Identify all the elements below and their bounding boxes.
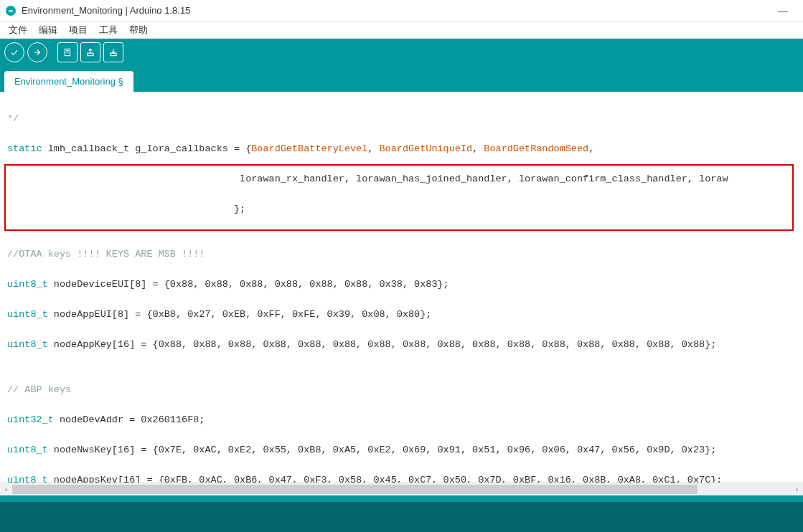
arrow-right-icon [32,47,42,57]
code-function: BoardGetBatteryLevel [251,143,367,154]
check-icon [9,47,19,57]
tab-bar: Environment_Monitoring § [0,66,803,92]
tab-environment-monitoring[interactable]: Environment_Monitoring § [4,71,133,92]
open-button[interactable] [80,42,100,62]
code-text: lmh_callback_t g_lora_callbacks = { [42,143,252,154]
menu-project[interactable]: 项目 [63,22,93,38]
code-editor[interactable]: */ static lmh_callback_t g_lora_callback… [0,92,803,495]
file-icon [62,47,72,57]
title-bar: ∞ Environment_Monitoring | Arduino 1.8.1… [0,0,803,22]
arrow-up-icon [85,47,95,57]
code-text: nodeAppKey[16] = {0x88, 0x88, 0x88, 0x88… [48,339,717,350]
verify-button[interactable] [4,42,24,62]
code-text: , [367,143,379,154]
arduino-app-icon: ∞ [6,6,16,16]
menu-edit[interactable]: 编辑 [33,22,63,38]
horizontal-scrollbar[interactable]: ‹ › [0,483,803,495]
scroll-left-arrow[interactable]: ‹ [0,483,12,495]
code-type: uint8_t [7,339,48,350]
code-text: , [472,143,484,154]
svg-rect-4 [88,53,93,56]
code-text: }; [7,204,245,214]
code-function: BoardGetUniqueId [380,143,473,154]
menu-file[interactable]: 文件 [3,22,33,38]
code-text: lorawan_rx_handler, lorawan_has_joined_h… [7,174,728,184]
scroll-thumb[interactable] [12,485,698,494]
menu-help[interactable]: 帮助 [123,22,154,38]
code-comment: // ABP keys [7,384,71,395]
window-title: Environment_Monitoring | Arduino 1.8.15 [22,5,190,16]
upload-button[interactable] [27,42,47,62]
code-type: uint32_t [7,414,54,425]
arrow-down-icon [108,47,118,57]
console-area [0,502,803,532]
code-text: nodeAppEUI[8] = {0xB8, 0x27, 0xEB, 0xFF,… [48,309,432,320]
code-type: uint8_t [7,309,48,320]
code-text: nodeDevAddr = 0x260116F8; [54,414,205,425]
code-text: nodeDeviceEUI[8] = {0x88, 0x88, 0x88, 0x… [48,279,449,290]
scroll-track[interactable] [12,483,791,495]
toolbar [0,39,803,66]
status-bar [0,495,803,502]
code-keyword: static [7,143,42,154]
code-type: uint8_t [7,279,48,290]
code-comment: //OTAA keys !!!! KEYS ARE MSB !!!! [7,249,205,260]
code-type: uint8_t [7,445,48,455]
scroll-right-arrow[interactable]: › [791,483,803,495]
code-function: BoardGetRandomSeed [484,143,588,154]
save-button[interactable] [103,42,123,62]
minimize-button[interactable]: — [769,0,797,22]
code-text: nodeNwsKey[16] = {0x7E, 0xAC, 0xE2, 0x55… [48,445,717,455]
menu-tools[interactable]: 工具 [93,22,123,38]
new-button[interactable] [57,42,78,62]
menu-bar: 文件 编辑 项目 工具 帮助 [0,22,803,39]
code-comment: */ [7,113,19,124]
code-text: , [588,143,594,154]
